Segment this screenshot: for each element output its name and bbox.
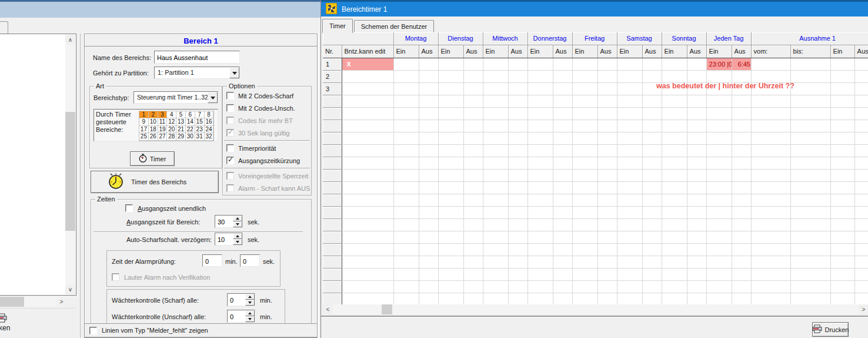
schedule-cell[interactable] [393,181,419,194]
schedule-cell[interactable] [617,58,642,70]
schedule-cell[interactable] [706,206,732,218]
left-list-hscrollbar[interactable]: > [0,297,66,307]
schedule-cell[interactable]: 6:45 [732,58,751,70]
schedule-cell[interactable] [419,293,438,304]
schedule-cell[interactable] [854,132,868,144]
bntz-cell[interactable] [342,181,393,194]
schedule-cell[interactable] [553,157,572,169]
schedule-cell[interactable] [528,169,553,181]
row-number-cell[interactable] [323,95,342,107]
schedule-cell[interactable] [483,194,508,206]
schedule-cell[interactable] [553,181,572,194]
schedule-cell[interactable] [528,293,553,304]
schedule-cell[interactable] [483,107,508,120]
schedule-cell[interactable] [483,206,508,218]
schedule-cell[interactable] [662,132,687,144]
schedule-cell[interactable] [706,157,732,169]
bntz-cell[interactable] [342,280,393,293]
schedule-cell[interactable] [393,169,419,181]
schedule-cell[interactable] [617,120,642,132]
schedule-cell[interactable] [419,82,438,95]
schedule-cell[interactable] [642,95,662,107]
schedule-cell[interactable] [706,280,732,293]
bntz-cell[interactable] [342,206,393,218]
schedule-cell[interactable] [732,218,751,231]
schedule-cell[interactable] [706,243,732,256]
schedule-cell[interactable] [572,194,597,206]
schedule-cell[interactable] [419,243,438,256]
timer-grid-cell[interactable]: 9 [139,118,149,125]
timer-grid-cell[interactable]: 4 [167,111,176,118]
tab-schemen-der-benutzer[interactable]: Schemen der Benutzer [354,20,435,32]
schedule-cell[interactable] [662,144,687,157]
schedule-cell[interactable] [438,268,463,280]
schedule-cell[interactable] [830,243,854,256]
schedule-cell[interactable] [528,231,553,243]
schedule-cell[interactable] [662,243,687,256]
schedule-cell[interactable] [572,157,597,169]
schedule-cell[interactable] [854,70,868,82]
schedule-cell[interactable] [463,218,483,231]
timer-grid-cell[interactable]: 12 [167,118,176,125]
schedule-cell[interactable] [751,293,790,304]
schedule-cell[interactable] [751,243,790,256]
row-number-cell[interactable] [323,256,342,268]
schedule-cell[interactable] [732,120,751,132]
timer-grid-cell[interactable]: 2 [149,111,158,118]
row-number-cell[interactable]: 1 [323,58,342,70]
timer-grid-cell[interactable]: 21 [176,126,186,133]
schedule-cell[interactable] [642,231,662,243]
schedule-cell[interactable] [662,293,687,304]
timer-grid-cell[interactable]: 6 [186,111,195,118]
schedule-cell[interactable] [597,132,617,144]
name-input[interactable] [154,51,240,64]
timer-grid-cell[interactable]: 14 [186,118,195,125]
schedule-cell[interactable] [597,218,617,231]
schedule-cell[interactable] [419,256,438,268]
schedule-cell[interactable] [662,256,687,268]
row-number-cell[interactable] [323,194,342,206]
schedule-cell[interactable] [419,268,438,280]
auto-arm-input[interactable] [215,233,233,245]
timer-grid-cell[interactable]: 1 [139,111,149,118]
schedule-cell[interactable] [483,280,508,293]
schedule-cell[interactable] [687,169,706,181]
schedule-cell[interactable] [732,243,751,256]
schedule-cell[interactable] [642,293,662,304]
schedule-cell[interactable] [393,268,419,280]
schedule-cell[interactable] [854,58,868,70]
bntz-cell[interactable] [342,144,393,157]
schedule-cell[interactable] [790,107,830,120]
schedule-cell[interactable] [790,70,830,82]
schedule-cell[interactable] [438,181,463,194]
schedule-cell[interactable] [790,58,830,70]
schedule-cell[interactable] [553,268,572,280]
schedule-cell[interactable] [483,181,508,194]
schedule-cell[interactable] [732,157,751,169]
scroll-left-button[interactable]: < [323,304,333,314]
schedule-cell[interactable] [687,206,706,218]
schedule-cell[interactable] [483,132,508,144]
schedule-cell[interactable] [572,231,597,243]
schedule-cell[interactable] [528,58,553,70]
schedule-cell[interactable] [528,120,553,132]
schedule-cell[interactable] [706,268,732,280]
schedule-cell[interactable] [597,58,617,70]
schedule-cell[interactable] [790,268,830,280]
schedule-cell[interactable] [790,157,830,169]
schedule-cell[interactable] [553,82,572,95]
schedule-cell[interactable] [597,157,617,169]
schedule-cell[interactable] [597,206,617,218]
row-number-cell[interactable] [323,144,342,157]
schedule-cell[interactable] [751,70,790,82]
schedule-cell[interactable] [572,280,597,293]
schedule-cell[interactable] [393,58,419,70]
bntz-cell[interactable] [342,293,393,304]
schedule-cell[interactable] [642,280,662,293]
row-number-cell[interactable] [323,120,342,132]
schedule-cell[interactable] [438,144,463,157]
schedule-cell[interactable] [572,82,597,95]
schedule-cell[interactable] [662,120,687,132]
area-timer-button[interactable]: Timer des Bereichs [91,171,219,193]
schedule-cell[interactable] [528,206,553,218]
